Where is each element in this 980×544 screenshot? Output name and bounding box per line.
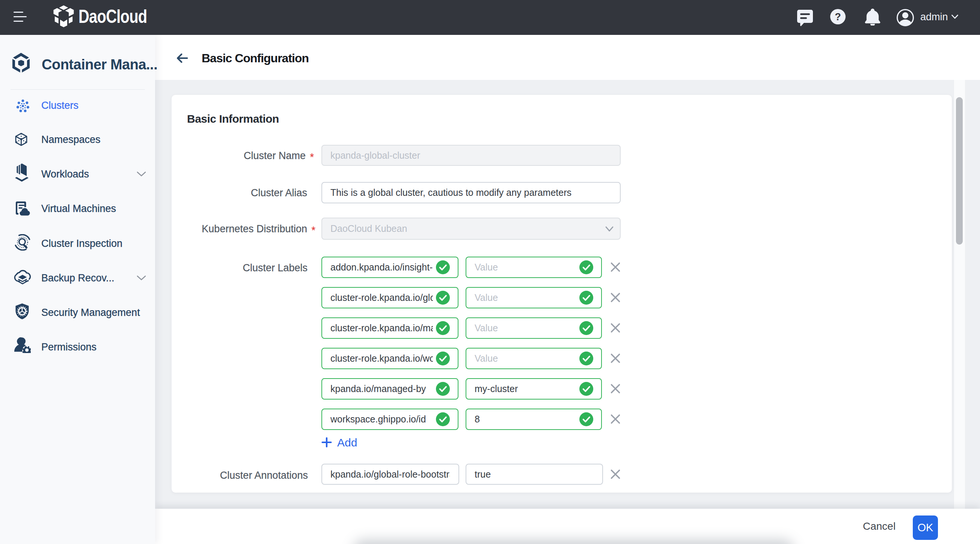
- svg-text:?: ?: [835, 11, 841, 22]
